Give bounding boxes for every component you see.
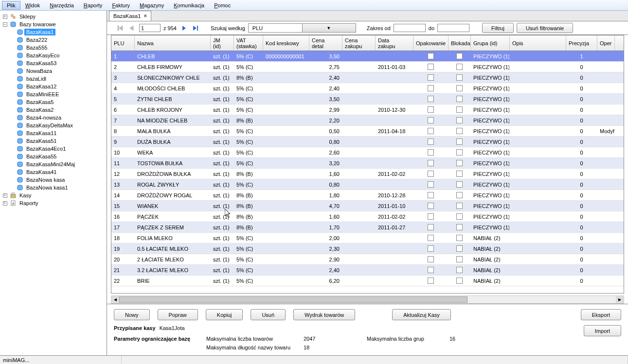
checkbox[interactable] (456, 128, 463, 134)
checkbox[interactable] (456, 235, 463, 241)
table-row[interactable]: 6CHLEB KROJONYszt. (1)5% (C)2,992010-12-… (111, 104, 624, 115)
range-to-input[interactable] (437, 24, 469, 32)
scroll-left-icon[interactable]: ◀ (111, 296, 119, 303)
table-row[interactable]: 5ŻYTNI CHLEBszt. (1)5% (C)3,50PIECZYWO (… (111, 94, 624, 104)
checkbox[interactable] (456, 277, 463, 284)
checkbox[interactable] (456, 245, 463, 252)
checkbox[interactable] (456, 160, 463, 166)
checkbox[interactable] (428, 128, 434, 134)
usun-button[interactable]: Usuń (251, 309, 286, 320)
checkbox[interactable] (456, 106, 463, 113)
col-vat[interactable]: VAT(stawka) (234, 35, 263, 51)
checkbox[interactable] (456, 181, 463, 188)
checkbox[interactable] (428, 245, 434, 252)
tree-node[interactable]: +Kasy (0, 191, 107, 199)
eksport-button[interactable]: Eksport (581, 309, 621, 320)
tab-bazakasa1[interactable]: BazaKasa1 × (109, 11, 151, 21)
scroll-thumb[interactable] (119, 296, 467, 303)
col-cenaz[interactable]: Cenazakupu (342, 35, 376, 51)
tree-node[interactable]: BazaKasa11 (0, 129, 107, 137)
close-icon[interactable]: × (144, 13, 147, 19)
col-blok[interactable]: Blokada (449, 35, 471, 51)
checkbox[interactable] (456, 203, 463, 209)
next-page-icon[interactable] (179, 24, 188, 33)
scroll-right-icon[interactable]: ▶ (616, 296, 624, 303)
tree-node[interactable]: Baza4-nowsza (0, 114, 107, 121)
checkbox[interactable] (456, 85, 463, 91)
tree-node[interactable]: BazaKasa41 (0, 168, 107, 176)
menu-komunikacja[interactable]: Komunikacja (169, 1, 209, 10)
kopiuj-button[interactable]: Kopiuj (206, 309, 243, 320)
checkbox[interactable] (428, 235, 434, 241)
table-row[interactable]: 202 ŁACIATE MLEKOszt. (1)5% (C)2,90NABIA… (111, 254, 624, 265)
horizontal-scrollbar[interactable]: ◀ ▶ (111, 295, 624, 304)
nowy-button[interactable]: Nowy (114, 309, 150, 320)
checkbox[interactable] (428, 74, 434, 81)
tree-node[interactable]: +Sklepy (0, 13, 107, 20)
table-row[interactable]: 17PĄCZEK Z SEREMszt. (1)8% (B)1,702011-0… (111, 222, 624, 233)
tree-node[interactable]: Baza555 (0, 44, 107, 52)
table-row[interactable]: 8MAŁA BUŁKAszt. (1)5% (C)0,502011-04-18P… (111, 126, 624, 137)
col-opak[interactable]: Opakowanie (413, 35, 449, 51)
table-row[interactable]: 2CHLEB FIRMOWYszt. (1)5% (C)2,752011-01-… (111, 62, 624, 72)
checkbox[interactable] (456, 224, 463, 230)
checkbox[interactable] (428, 139, 434, 145)
col-dataz[interactable]: Datazakupu (376, 35, 413, 51)
table-row[interactable]: 213.2 ŁACIATE MLEKOszt. (1)5% (C)2,40NAB… (111, 265, 624, 276)
tree-node[interactable]: BazaKasa51 (0, 137, 107, 145)
page-input[interactable] (139, 24, 161, 32)
tree-node[interactable]: NowaBaza (0, 67, 107, 75)
checkbox[interactable] (428, 192, 434, 198)
first-page-icon[interactable] (116, 24, 125, 33)
checkbox[interactable] (456, 139, 463, 145)
checkbox[interactable] (456, 267, 463, 273)
checkbox[interactable] (456, 117, 463, 123)
tree-node[interactable]: BazaKasa4Eco1 (0, 145, 107, 153)
table-row[interactable]: 16PĄCZEKszt. (1)8% (B)1,602011-02-02PIEC… (111, 211, 624, 222)
menu-magazyny[interactable]: Magazyny (135, 1, 169, 10)
col-plu[interactable]: PLU (111, 35, 135, 51)
tree-node[interactable]: BazaKasa53 (0, 59, 107, 67)
import-button[interactable]: Import (584, 325, 621, 336)
checkbox[interactable] (428, 85, 434, 91)
table-row[interactable]: 13ROGAL ZWYKŁYszt. (1)5% (C)0,80PIECZYWO… (111, 179, 624, 190)
menu-narzedzia[interactable]: Narzędzia (45, 1, 79, 10)
data-grid[interactable]: PLU Nazwa JM(id) VAT(stawka) Kod kreskow… (111, 35, 624, 294)
col-nazwa[interactable]: Nazwa (135, 35, 211, 51)
checkbox[interactable] (428, 64, 434, 70)
col-oper[interactable]: Oper (597, 35, 615, 51)
filter-button[interactable]: Filtruj (482, 23, 514, 33)
tree-node[interactable]: bazaLidl (0, 75, 107, 83)
tree-node[interactable]: BazaKasaMini24Maj (0, 160, 107, 168)
range-from-input[interactable] (394, 24, 426, 32)
col-kod[interactable]: Kod kreskowy (263, 35, 309, 51)
menu-pomoc[interactable]: Pomoc (209, 1, 235, 10)
tree-node[interactable]: BazaKasyEco (0, 52, 107, 59)
checkbox[interactable] (456, 192, 463, 198)
checkbox[interactable] (428, 267, 434, 273)
popraw-button[interactable]: Popraw (158, 309, 198, 320)
menu-faktury[interactable]: Faktury (107, 1, 135, 10)
table-row[interactable]: 12DROŻDŻOWA BUŁKAszt. (1)8% (B)1,602011-… (111, 169, 624, 179)
wydruk-button[interactable]: Wydruk towarów (293, 309, 355, 320)
checkbox[interactable] (428, 117, 434, 123)
checkbox[interactable] (428, 106, 434, 113)
checkbox[interactable] (456, 171, 463, 177)
table-row[interactable]: 15WIANEKszt. (1)8% (B)4,702011-01-10PIEC… (111, 201, 624, 211)
table-row[interactable]: 18FOLIA MLEKOszt. (1)5% (C)2,00NABIAŁ (2… (111, 233, 624, 243)
checkbox[interactable] (456, 149, 463, 156)
tree-node[interactable]: BazaNowa kasa1 (0, 184, 107, 191)
checkbox[interactable] (428, 160, 434, 166)
tree-node[interactable]: BazaKasa55 (0, 153, 107, 160)
col-jm[interactable]: JM(id) (211, 35, 234, 51)
checkbox[interactable] (456, 53, 463, 59)
table-row[interactable]: 190.5 ŁACIATE MLEKOszt. (1)5% (C)2,30NAB… (111, 243, 624, 254)
tree-node[interactable]: BazaKasa12 (0, 83, 107, 90)
checkbox[interactable] (456, 74, 463, 81)
table-row[interactable]: 3SŁONECZNIKOWY CHLEszt. (1)8% (B)2,40PIE… (111, 72, 624, 83)
tree-node[interactable]: BazaKasa2 (0, 106, 107, 114)
tree-node[interactable]: +Raporty (0, 199, 107, 207)
table-row[interactable]: 10WEKAszt. (1)5% (C)2,60PIECZYWO (1)0 (111, 147, 624, 158)
tree-node[interactable]: BazaKasyDeltaMax (0, 121, 107, 129)
table-row[interactable]: 22BRIEszt. (1)5% (C)6,20NABIAŁ (2)0 (111, 276, 624, 286)
